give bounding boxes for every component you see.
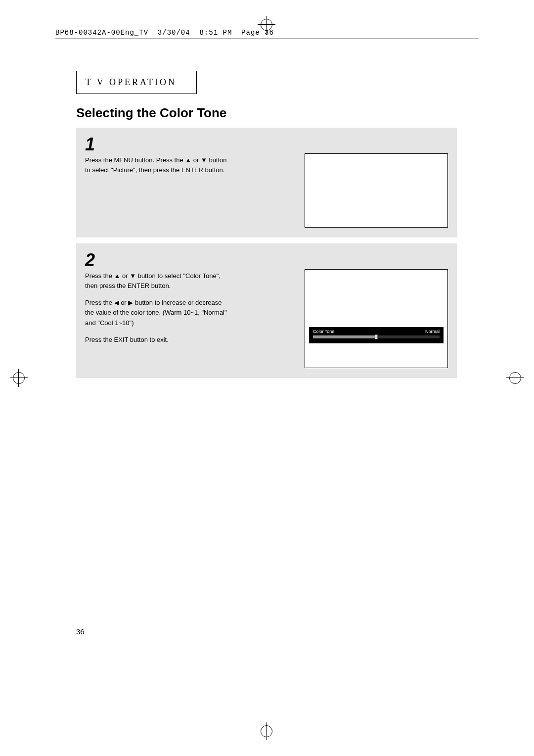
step-block-1: 1 Press the MENU button. Press the ▲ or … (76, 128, 457, 237)
header-file: BP68-00342A-00Eng_TV (55, 29, 148, 37)
step-paragraph: Press the MENU button. Press the ▲ or ▼ … (85, 155, 228, 175)
page-number: 36 (76, 627, 85, 636)
step-row: Press the ▲ or ▼ button to select "Color… (85, 269, 448, 368)
step-block-2: 2 Press the ▲ or ▼ button to select "Col… (76, 243, 457, 378)
slider-knob (375, 334, 378, 339)
registration-mark-icon (258, 16, 275, 34)
page-title: Selecting the Color Tone (76, 105, 457, 121)
header-date: 3/30/04 (158, 29, 190, 37)
registration-mark-icon (258, 722, 275, 740)
section-label-operation: PERATION (118, 77, 177, 87)
step-paragraph: Press the EXIT button to exit. (85, 335, 228, 345)
registration-mark-icon (506, 369, 524, 387)
slider-fill (313, 335, 376, 338)
step-text: Press the MENU button. Press the ▲ or ▼ … (85, 153, 233, 182)
section-label: T V OPERATION (76, 71, 197, 94)
osd-row: Color Tone Normal (313, 329, 440, 334)
step-number: 2 (85, 251, 448, 269)
step-paragraph: Press the ▲ or ▼ button to select "Color… (85, 271, 228, 291)
section-label-tv: T V O (86, 77, 118, 87)
content-area: Selecting the Color Tone 1 Press the MEN… (76, 105, 457, 384)
step-row: Press the MENU button. Press the ▲ or ▼ … (85, 153, 448, 228)
header-time: 8:51 PM (199, 29, 232, 37)
osd-screenshot: Color Tone Normal (305, 269, 448, 368)
step-number: 1 (85, 136, 448, 153)
osd-label: Color Tone (313, 329, 334, 334)
step-paragraph: Press the ◀ or ▶ button to increase or d… (85, 298, 228, 328)
registration-mark-icon (10, 369, 28, 387)
osd-color-tone-bar: Color Tone Normal (309, 327, 444, 343)
osd-slider (313, 335, 440, 338)
osd-screenshot-placeholder (305, 153, 448, 228)
osd-value: Normal (425, 329, 440, 334)
step-text: Press the ▲ or ▼ button to select "Color… (85, 269, 233, 352)
manual-page: BP68-00342A-00Eng_TV 3/30/04 8:51 PM Pag… (27, 9, 507, 747)
